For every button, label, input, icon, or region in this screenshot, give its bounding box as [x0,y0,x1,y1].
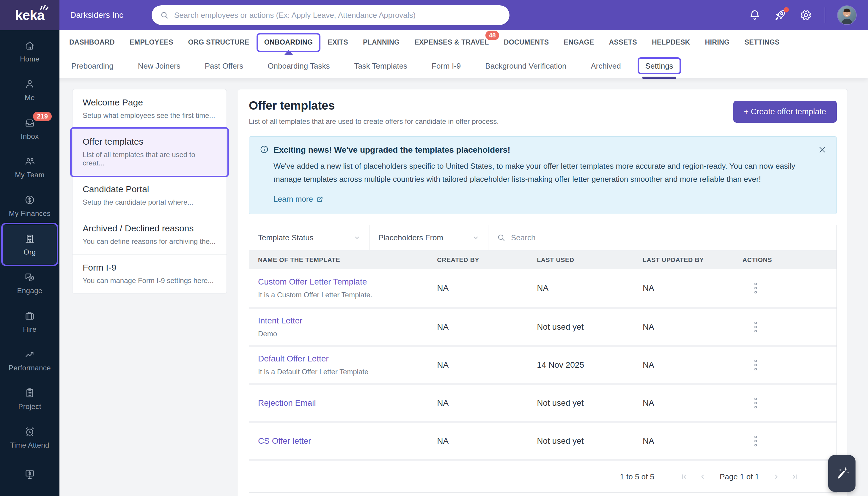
banner-close-button[interactable] [816,144,828,156]
briefcase-icon [24,310,36,322]
tab-dashboard[interactable]: DASHBOARD [69,38,115,46]
subtab-settings[interactable]: Settings [645,61,673,71]
filter-label: Placeholders From [378,233,443,242]
subtab-task-templates[interactable]: Task Templates [354,61,407,71]
subtab-archived[interactable]: Archived [591,61,621,71]
sidebar-item-payroll[interactable] [0,457,59,495]
tab-engage[interactable]: ENGAGE [564,38,594,46]
template-name-link[interactable]: Custom Offer Letter Template [258,277,437,286]
template-name-link[interactable]: Rejection Email [258,398,437,408]
page-subtitle: List of all templates that are used to c… [249,117,499,126]
menu-item-title: Form I-9 [83,263,216,273]
column-header-created-by: CREATED BY [437,256,537,263]
whats-new-button[interactable] [774,8,787,22]
user-avatar[interactable] [838,6,856,24]
tab-settings[interactable]: SETTINGS [744,38,779,46]
sidebar-label: My Finances [9,210,50,218]
row-actions-kebab-icon[interactable] [751,280,760,296]
settings-menu-item-archived-declined-reasons[interactable]: Archived / Declined reasons You can defi… [73,215,226,254]
previous-page-button[interactable] [699,473,707,481]
row-actions-kebab-icon[interactable] [751,319,760,335]
table-search-input[interactable] [511,233,828,242]
sidebar-item-engage[interactable]: Engage [0,264,59,303]
tab-label: HELPDESK [652,38,690,46]
sidebar-label: Hire [23,325,36,334]
sidebar-item-me[interactable]: Me [0,71,59,109]
sidebar-item-my-finances[interactable]: My Finances [0,187,59,225]
tab-label: SETTINGS [744,38,779,46]
learn-more-label: Learn more [273,195,313,204]
learn-more-link[interactable]: Learn more [273,195,324,204]
engage-chat-icon [24,271,36,283]
tab-expenses-travel[interactable]: EXPENSES & TRAVEL 48 [414,38,489,46]
placeholders-from-filter[interactable]: Placeholders From [370,225,489,250]
subtab-form-i9[interactable]: Form I-9 [432,61,461,71]
template-name-link[interactable]: Intent Letter [258,316,437,326]
notifications-button[interactable] [748,9,761,21]
clipboard-icon [24,387,36,399]
global-search-input[interactable] [174,11,501,20]
settings-menu-item-candidate-portal[interactable]: Candidate Portal Setup the candidate por… [73,176,226,215]
settings-menu-item-offer-templates[interactable]: Offer templates List of all templates th… [73,128,226,176]
template-name-link[interactable]: Default Offer Letter [258,354,437,363]
keka-logo[interactable]: keka [0,0,59,30]
subtab-preboarding[interactable]: Preboarding [71,61,114,71]
external-link-icon [316,196,324,203]
tab-label: ENGAGE [564,38,594,46]
tab-org-structure[interactable]: ORG STRUCTURE [188,38,250,46]
create-offer-template-button[interactable]: + Create offer template [733,101,837,123]
last-page-button[interactable] [791,473,798,481]
tab-exits[interactable]: EXITS [328,38,348,46]
next-page-button[interactable] [772,473,780,481]
tab-label: EMPLOYEES [130,38,173,46]
row-actions-kebab-icon[interactable] [751,433,760,449]
global-search[interactable] [152,5,509,25]
first-page-button[interactable] [680,473,688,481]
offer-templates-card: Offer templates List of all templates th… [238,89,848,496]
ai-assistant-fab[interactable] [828,455,855,492]
top-actions [748,0,856,30]
sidebar-item-time-attend[interactable]: Time Attend [0,418,59,457]
row-actions-kebab-icon[interactable] [751,357,760,373]
pagination-range-text: 1 to 5 of 5 [620,472,654,481]
row-actions-kebab-icon[interactable] [751,395,760,412]
template-name-link[interactable]: CS Offer letter [258,436,437,446]
tab-helpdesk[interactable]: HELPDESK [652,38,690,46]
sidebar-item-org[interactable]: Org [0,225,59,264]
tab-planning[interactable]: PLANNING [363,38,400,46]
subtab-past-offers[interactable]: Past Offers [205,61,243,71]
subtab-new-joiners[interactable]: New Joiners [138,61,180,71]
sidebar-item-home[interactable]: Home [0,32,59,71]
table-search[interactable] [489,225,837,250]
last-used-cell: Not used yet [537,436,643,446]
onboarding-settings-menu: Welcome Page Setup what employees see th… [72,89,227,294]
tab-onboarding[interactable]: ONBOARDING [264,38,313,46]
tab-hiring[interactable]: HIRING [705,38,730,46]
tab-employees[interactable]: EMPLOYEES [130,38,173,46]
subtab-background-verification[interactable]: Background Verification [485,61,566,71]
sidebar-item-hire[interactable]: Hire [0,303,59,341]
chevron-down-icon [473,234,479,241]
tab-documents[interactable]: DOCUMENTS [504,38,549,46]
sidebar-label: Me [25,94,35,102]
table-row: Intent Letter Demo NA Not used yet NA [249,307,837,345]
whats-new-notification-dot [783,7,789,13]
sidebar-item-inbox[interactable]: 219 Inbox [0,109,59,148]
settings-menu-item-welcome-page[interactable]: Welcome Page Setup what employees see th… [73,89,226,128]
tab-label: DOCUMENTS [504,38,549,46]
sidebar-item-project[interactable]: Project [0,379,59,418]
last-updated-by-cell: NA [643,360,743,370]
alarm-clock-icon [24,425,36,437]
settings-gear-button[interactable] [799,9,812,21]
subtab-onboarding-tasks[interactable]: Onboarding Tasks [268,61,330,71]
home-icon [24,40,36,51]
subtab-label: Settings [645,61,673,71]
tab-assets[interactable]: ASSETS [609,38,637,46]
template-status-filter[interactable]: Template Status [249,225,370,250]
page-title: Offer templates [249,99,499,112]
sidebar-item-my-team[interactable]: My Team [0,148,59,187]
table-filter-bar: Template Status Placeholders From [249,225,837,250]
magic-wand-icon [834,465,850,482]
sidebar-item-performance[interactable]: Performance [0,341,59,379]
settings-menu-item-form-i9[interactable]: Form I-9 You can manage Form I-9 setting… [73,254,226,293]
